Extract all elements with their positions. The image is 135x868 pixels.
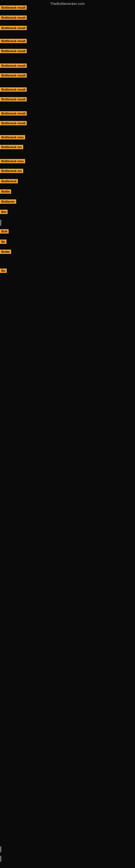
bottleneck-badge: Bottleneck result — [0, 121, 27, 125]
bottleneck-badge-row: Bottle — [0, 189, 11, 195]
bottleneck-badge-row: Bot — [0, 210, 8, 215]
bottleneck-badge: Bottlenec — [0, 199, 16, 204]
bottleneck-badge-row: Bottleneck — [0, 179, 18, 184]
vertical-line — [1, 846, 1, 852]
bottleneck-badge: Bottleneck res — [0, 169, 23, 173]
bottleneck-badge-row: Bottleneck resu — [0, 135, 25, 141]
bottleneck-badge: Bot — [0, 210, 8, 214]
bottleneck-badge: Bottle — [0, 189, 11, 194]
bottleneck-badge: Bottleneck result — [0, 63, 27, 68]
bottleneck-badge-row: Bottleneck result — [0, 63, 27, 69]
bottleneck-badge-row: Bottleneck resu — [0, 159, 25, 164]
bottleneck-badge: Bottleneck result — [0, 49, 27, 53]
vertical-line — [1, 856, 1, 862]
bottleneck-badge: Bottleneck resu — [0, 135, 25, 140]
bottleneck-badge: Be — [0, 240, 6, 244]
bottleneck-badge: Bottleneck resu — [0, 159, 25, 163]
vertical-line — [1, 220, 1, 226]
bottleneck-badge: Bottleneck result — [0, 5, 27, 10]
bottleneck-badge: Bottleneck result — [0, 111, 27, 116]
bottleneck-badge: Bottleneck result — [0, 16, 27, 20]
bottleneck-badge-row: Bottle — [0, 250, 11, 255]
bottleneck-badge: Bo — [0, 269, 7, 273]
bottleneck-badge-row: Bott — [0, 229, 9, 235]
bottleneck-badge-row: Bottleneck result — [0, 87, 27, 93]
bottleneck-badge-row: Bottleneck result — [0, 111, 27, 117]
bottleneck-badge-row: Bottleneck result — [0, 121, 27, 126]
bottleneck-badge-row: Bottleneck result — [0, 26, 27, 31]
bottleneck-badge-row: Bottleneck result — [0, 73, 27, 79]
bottleneck-badge: Bottleneck result — [0, 97, 27, 101]
bottleneck-badge-row: Bottleneck result — [0, 5, 27, 11]
bottleneck-badge-row: Bottleneck res — [0, 169, 23, 174]
bottleneck-badge-row: Bo — [0, 269, 7, 274]
bottleneck-badge-row: Bottleneck res — [0, 145, 23, 150]
bottleneck-badge-row: Bottleneck result — [0, 39, 27, 44]
bottleneck-badge: Bottleneck result — [0, 87, 27, 92]
bottleneck-badge: Bott — [0, 229, 9, 234]
bottleneck-badge-row: Be — [0, 240, 6, 245]
bottleneck-badge: Bottleneck result — [0, 39, 27, 43]
bottleneck-badge-row: Bottleneck result — [0, 97, 27, 102]
bottleneck-badge-row: Bottlenec — [0, 199, 16, 205]
bottleneck-badge: Bottle — [0, 250, 11, 254]
bottleneck-badge: Bottleneck res — [0, 145, 23, 149]
bottleneck-badge: Bottleneck result — [0, 73, 27, 78]
bottleneck-badge: Bottleneck — [0, 179, 18, 183]
bottleneck-badge: Bottleneck result — [0, 26, 27, 30]
bottleneck-badge-row: Bottleneck result — [0, 49, 27, 54]
bottleneck-badge-row: Bottleneck result — [0, 16, 27, 21]
